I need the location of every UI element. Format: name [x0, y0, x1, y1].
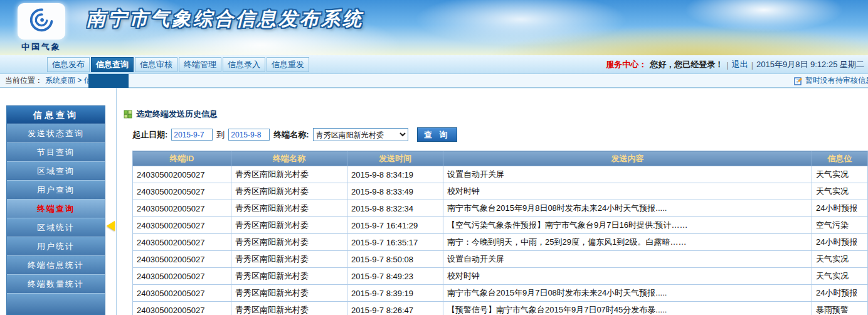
- nav-tab[interactable]: 信息重发: [267, 57, 309, 72]
- table-cell: 2015-9-8 8:34:19: [347, 166, 443, 183]
- history-table: 终端ID终端名称发送时间发送内容信息位 240305002005027青秀区南阳…: [132, 151, 868, 315]
- table-header-row: 终端ID终端名称发送时间发送内容信息位: [133, 151, 868, 166]
- table-cell: 2015-9-7 8:26:47: [347, 302, 443, 315]
- column-header: 终端ID: [133, 151, 231, 166]
- date-range-label: 起止日期:: [132, 129, 167, 141]
- sidebar-items: 发送状态查询节目查询区域查询用户查询终端查询区域统计用户统计终端信息统计终端数量…: [7, 124, 105, 293]
- divider: |: [726, 60, 728, 70]
- table-cell: 空气污染: [812, 217, 868, 234]
- section-title: 选定终端发送历史信息: [136, 109, 218, 120]
- login-greeting: 您好，您已经登录！: [650, 59, 723, 70]
- nav-tabs: 信息发布信息查询信息审核终端管理信息录入信息重发: [47, 57, 309, 72]
- table-cell: 240305002005027: [133, 302, 231, 315]
- nav-tab[interactable]: 信息录入: [223, 57, 265, 72]
- main-panel: 选定终端发送历史信息 起止日期: 到 终端名称: 青秀区南阳新光村委 查 询 终…: [117, 88, 868, 315]
- table-cell: 2015-9-7 16:35:17: [347, 234, 443, 251]
- app-header: 中国气象 南宁市气象综合信息发布系统: [0, 0, 868, 55]
- nav-tab[interactable]: 信息查询: [91, 57, 134, 72]
- table-row: 240305002005027青秀区南阳新光村委2015-9-7 8:49:23…: [133, 268, 868, 285]
- table-cell: 设置自动开关屏: [443, 251, 812, 268]
- table-cell: 240305002005027: [133, 217, 231, 234]
- table-cell: 240305002005027: [133, 183, 231, 200]
- table-cell: 240305002005027: [133, 251, 231, 268]
- table-cell: 240305002005027: [133, 166, 231, 183]
- sidebar-item[interactable]: 区域查询: [7, 161, 105, 180]
- terminal-select[interactable]: 青秀区南阳新光村委: [313, 128, 408, 141]
- table-cell: 2015-9-8 8:33:49: [347, 183, 443, 200]
- table-cell: 青秀区南阳新光村委: [231, 217, 347, 234]
- table-cell: 2015-9-7 16:41:29: [347, 217, 443, 234]
- table-cell: 青秀区南阳新光村委: [231, 268, 347, 285]
- end-date-input[interactable]: [228, 129, 270, 141]
- table-row: 240305002005027青秀区南阳新光村委2015-9-8 8:33:49…: [133, 183, 868, 200]
- column-header: 终端名称: [231, 151, 347, 166]
- table-row: 240305002005027青秀区南阳新光村委2015-9-7 16:41:2…: [133, 217, 868, 234]
- divider: |: [751, 60, 753, 70]
- to-label: 到: [216, 129, 225, 141]
- table-cell: 校对时钟: [443, 183, 812, 200]
- filter-bar: 起止日期: 到 终端名称: 青秀区南阳新光村委 查 询: [132, 127, 868, 142]
- table-cell: 设置自动开关屏: [443, 166, 812, 183]
- table-cell: 青秀区南阳新光村委: [231, 200, 347, 217]
- sidebar-item[interactable]: 发送状态查询: [7, 124, 105, 142]
- active-tab-extension: [88, 74, 129, 88]
- table-cell: 南宁：今晚到明天，中雨，25到29度，偏东风1到2级。白露暗……: [443, 234, 812, 251]
- breadcrumb-bar: 当前位置： 系统桌面 > 信息查询 暂时没有待审核信息: [0, 74, 868, 88]
- table-cell: 240305002005027: [133, 234, 231, 251]
- service-center-label: 服务中心：: [606, 59, 647, 70]
- breadcrumb-label: 当前位置：: [5, 75, 43, 86]
- logo-caption: 中国气象: [18, 41, 65, 53]
- table-cell: 240305002005027: [133, 268, 231, 285]
- sidebar-item[interactable]: 节目查询: [7, 142, 105, 161]
- table-cell: 【空气污染气象条件预报】南宁市气象台9月7日16时提供:预计……: [443, 217, 812, 234]
- table-cell: 青秀区南阳新光村委: [231, 285, 347, 302]
- start-date-input[interactable]: [171, 129, 213, 141]
- note-icon: [794, 77, 803, 85]
- table-cell: 【预警信号】南宁市气象台2015年9月7日07时45分发布暴.....: [443, 302, 812, 315]
- nav-tab[interactable]: 终端管理: [179, 57, 221, 72]
- column-header: 发送时间: [347, 151, 443, 166]
- sidebar-item[interactable]: 区域统计: [7, 218, 105, 237]
- table-row: 240305002005027青秀区南阳新光村委2015-9-7 16:35:1…: [133, 234, 868, 251]
- table-cell: 青秀区南阳新光村委: [231, 302, 347, 315]
- audit-notice-text: 暂时没有待审核信息: [805, 75, 868, 86]
- logout-link[interactable]: 退出: [732, 59, 748, 70]
- sidebar-divider: [116, 88, 117, 315]
- table-row: 240305002005027青秀区南阳新光村委2015-9-7 8:26:47…: [133, 302, 868, 315]
- table-cell: 青秀区南阳新光村委: [231, 234, 347, 251]
- table-cell: 南宁市气象台2015年9月7日08时发布未来24小时天气预报.....: [443, 285, 812, 302]
- table-cell: 240305002005027: [133, 200, 231, 217]
- cma-logo: [18, 3, 65, 40]
- table-cell: 24小时预报: [812, 200, 868, 217]
- sidebar-item[interactable]: 终端数量统计: [7, 274, 105, 293]
- sidebar-title: 信息查询: [7, 106, 105, 124]
- audit-notice[interactable]: 暂时没有待审核信息: [794, 75, 868, 86]
- section-title-bar: 选定终端发送历史信息: [124, 109, 868, 120]
- table-body: 240305002005027青秀区南阳新光村委2015-9-8 8:34:19…: [133, 166, 868, 315]
- user-status-area: 服务中心： 您好，您已经登录！ | 退出 | 2015年9月8日 9:12:25…: [606, 55, 864, 74]
- table-cell: 暴雨预警: [812, 302, 868, 315]
- table-cell: 青秀区南阳新光村委: [231, 251, 347, 268]
- table-cell: 天气实况: [812, 268, 868, 285]
- grid-icon: [124, 110, 132, 119]
- sidebar-item[interactable]: 终端查询: [7, 199, 105, 218]
- sidebar-collapse-arrow-icon[interactable]: [107, 221, 115, 231]
- sidebar-item[interactable]: 用户统计: [7, 237, 105, 255]
- column-header: 信息位: [812, 151, 868, 166]
- sidebar-item[interactable]: 终端信息统计: [7, 255, 105, 274]
- nav-bar: 信息发布信息查询信息审核终端管理信息录入信息重发 服务中心： 您好，您已经登录！…: [0, 55, 868, 74]
- terminal-name-label: 终端名称:: [273, 129, 309, 141]
- nav-tab[interactable]: 信息审核: [135, 57, 177, 72]
- page-title: 南宁市气象综合信息发布系统: [87, 6, 364, 32]
- table-row: 240305002005027青秀区南阳新光村委2015-9-8 8:32:34…: [133, 200, 868, 217]
- sidebar-filler: [7, 293, 105, 314]
- sidebar: 信息查询 发送状态查询节目查询区域查询用户查询终端查询区域统计用户统计终端信息统…: [6, 105, 105, 315]
- table-cell: 24小时预报: [812, 285, 868, 302]
- table-row: 240305002005027青秀区南阳新光村委2015-9-7 8:39:19…: [133, 285, 868, 302]
- table-cell: 2015-9-8 8:32:34: [347, 200, 443, 217]
- table-cell: 240305002005027: [133, 285, 231, 302]
- table-cell: 2015-9-7 8:50:08: [347, 251, 443, 268]
- nav-tab[interactable]: 信息发布: [47, 57, 90, 72]
- search-button[interactable]: 查 询: [417, 127, 457, 142]
- sidebar-item[interactable]: 用户查询: [7, 180, 105, 199]
